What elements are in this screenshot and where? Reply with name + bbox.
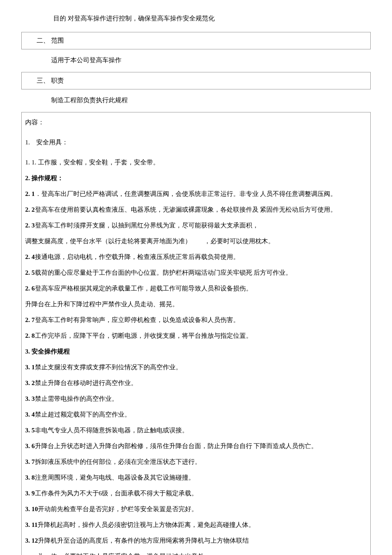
item-2-5: 2. 5载荷的重心应尽量处于工作台面的中心位置。防护栏杆两端活动门应关牢锁死 后… (25, 267, 367, 279)
item-3-4-text: 禁止超过额定载荷下的高空作业。 (35, 411, 131, 418)
item-3-8-num: 3. 8 (25, 474, 35, 481)
item-3-6-num: 3. 6 (25, 443, 35, 449)
item-3-5: 3. 5非电气专业人员不得随意拆装电器，防止触电或误接。 (25, 425, 367, 436)
item-2-6-text: 登高车应严格根据其规定的承载量工作，超载工作可能导致人员和设备损伤。 (35, 285, 252, 292)
section-3-label: 三、 职责 (37, 75, 366, 86)
item-2-6: 2. 6登高车应严格根据其规定的承载量工作，超载工作可能导致人员和设备损伤。 (25, 283, 367, 294)
item-3-3-text: 禁止需带电操作的高空作业。 (35, 395, 118, 402)
intro-text: 目的 对登高车操作进行控制，确保登高车操作安全规范化 (53, 13, 371, 24)
item-2-7-text: 登高车工作时有异常响声，应立即停机检查，以免造成设备和人员伤害。 (35, 316, 239, 323)
item-3-10-num: 3. 10 (25, 506, 38, 512)
item-3-11-num: 3. 11 (25, 521, 37, 528)
section-2-title: 2. 操作规程： (25, 173, 367, 184)
item-2-7-num: 2. 7 (25, 316, 35, 323)
item-3-5-num: 3. 5 (25, 427, 35, 434)
item-3-8-text: 注意周围环境，避免与电线、电器设备及其它设施碰撞。 (35, 474, 195, 481)
item-3-3-num: 3. 3 (25, 395, 35, 402)
item-3-9: 3. 9工作条件为风力不大于6级，台面承载不得大于额定承载。 (25, 488, 367, 499)
item-3-2-num: 3. 2 (25, 380, 35, 386)
item-2-3-text: 登高车工作时须撑开支腿，以抽到黑红分界线为宜，尽可能获得最大支承面积， (35, 222, 259, 229)
item-3-12-num: 3. 12 (25, 537, 38, 544)
item-2-8-num: 2. 8 (25, 332, 35, 339)
item-3-10: 3. 10开动前先检查平台是否完好，护栏等安全装置是否完好。 (25, 503, 367, 515)
item-3-6: 3. 6升降台上升状态时进入升降台内部检修，须吊住升降台台面，防止升降台自行 下… (25, 440, 367, 452)
item-2-8: 2. 8工作完毕后，应降下平台，切断电源，并收拢支腿，将平台推放与指定位置。 (25, 330, 367, 342)
item-3-2-text: 禁止升降台在移动时进行高空作业。 (35, 380, 137, 386)
section-3b-title: 3. 安全操作规程 (25, 346, 367, 357)
item-3-10-text: 开动前先检查平台是否完好，护栏等安全装置是否完好。 (38, 506, 198, 512)
section-2-content: 适用于本公司登高车操作 (51, 55, 371, 66)
item-2-5-num: 2. 5 (25, 269, 35, 276)
item-3-2: 3. 2禁止升降台在移动时进行高空作业。 (25, 377, 367, 389)
item-3-9-num: 3. 9 (25, 490, 35, 497)
item-2-7: 2. 7登高车工作时有异常响声，应立即停机检查，以免造成设备和人员伤害。 (25, 314, 367, 326)
item-3-4-num: 3. 4 (25, 411, 35, 418)
item-3-8: 3. 8注意周围环境，避免与电线、电器设备及其它设施碰撞。 (25, 472, 367, 483)
item-2-2: 2. 2登高车在使用前要认真检查液压、电器系统，无渗漏或裸露现象，各处联接件及 … (25, 204, 367, 216)
item-3-11: 3. 11升降机起高时，操作人员必须密切注视与上方物体距离，避免起高碰撞人体。 (25, 519, 367, 531)
item-2-4: 2. 4接通电源，启动电机，作空载升降，检查液压系统正常后再载负荷使用。 (25, 251, 367, 263)
item-3-3: 3. 3禁止需带电操作的高空作业。 (25, 393, 367, 405)
section-1-title: 1. 安全用具： (25, 137, 367, 148)
item-3-12b: 为一体，必要时工作人员应系安全带，避免晃动过大出意外。 (38, 551, 367, 555)
content-title: 内容： (25, 117, 367, 128)
item-2-3: 2. 3登高车工作时须撑开支腿，以抽到黑红分界线为宜，尽可能获得最大支承面积， (25, 220, 367, 231)
item-3-1: 3. 1禁止支腿没有支撑或支撑不到位情况下的高空作业。 (25, 362, 367, 373)
item-3-5-text: 非电气专业人员不得随意拆装电器，防止触电或误接。 (35, 427, 188, 434)
item-2-4-text: 接通电源，启动电机，作空载升降，检查液压系统正常后再载负荷使用。 (35, 253, 239, 260)
item-2-1-text: ．登高车出厂时已经严格调试，任意调整调压阀，会使系统非正常运行。非专业 人员不得… (35, 190, 337, 197)
item-3-6-text: 升降台上升状态时进入升降台内部检修，须吊住升降台台面，防止升降台自行 下降而造成… (35, 443, 318, 449)
item-3-9-text: 工作条件为风力不大于6级，台面承载不得大于额定承载。 (35, 490, 198, 497)
content-box: 内容： 1. 安全用具： 1. 1. 工作服，安全帽，安全鞋，手套，安全带。 2… (21, 112, 371, 555)
item-1-1: 1. 1. 工作服，安全帽，安全鞋，手套，安全带。 (25, 157, 367, 168)
item-2-2-num: 2. 2 (25, 206, 35, 213)
item-2-8-text: 工作完毕后，应降下平台，切断电源，并收拢支腿，将平台推放与指定位置。 (35, 332, 252, 339)
item-3-7-num: 3. 7 (25, 458, 35, 465)
item-2-2-text: 登高车在使用前要认真检查液压、电器系统，无渗漏或裸露现象，各处联接件及 紧固件无… (35, 206, 337, 213)
item-3-7-text: 拆卸液压系统中的任何部位，必须在完全泄压状态下进行。 (35, 458, 201, 465)
item-3-4: 3. 4禁止超过额定载荷下的高空作业。 (25, 409, 367, 420)
item-2-1: 2. 1．登高车出厂时已经严格调试，任意调整调压阀，会使系统非正常运行。非专业 … (25, 188, 367, 200)
section-3-header: 三、 职责 (21, 72, 371, 89)
item-3-11-text: 升降机起高时，操作人员必须密切注视与上方物体距离，避免起高碰撞人体。 (37, 521, 255, 528)
item-2-6-num: 2. 6 (25, 285, 35, 292)
item-3-12: 3. 12升降机升至合适的高度后，有条件的地方应用绳索将升降机与上方物体联结 (25, 535, 367, 546)
item-2-3b: 调整支腿高度，使平台水平（以行走轮将要离开地面为准） ，必要时可以使用枕木。 (25, 236, 367, 247)
section-3-content: 制造工程部负责执行此规程 (51, 95, 371, 106)
item-3-1-num: 3. 1 (25, 364, 35, 371)
item-2-3-num: 2. 3 (25, 222, 35, 229)
item-3-12-text: 升降机升至合适的高度后，有条件的地方应用绳索将升降机与上方物体联结 (38, 537, 249, 544)
item-3-1-text: 禁止支腿没有支撑或支撑不到位情况下的高空作业。 (35, 364, 182, 371)
section-2-label: 二、 范围 (37, 35, 366, 46)
item-2-5-text: 载荷的重心应尽量处于工作台面的中心位置。防护栏杆两端活动门应关牢锁死 后方可作业… (35, 269, 292, 276)
item-2-4-num: 2. 4 (25, 253, 35, 260)
item-2-6b: 升降台在上升和下降过程中严禁作业人员走动、摇晃。 (25, 299, 367, 310)
item-2-1-num: 2. 1 (25, 190, 35, 197)
section-2-header: 二、 范围 (21, 32, 371, 49)
item-3-7: 3. 7拆卸液压系统中的任何部位，必须在完全泄压状态下进行。 (25, 456, 367, 468)
